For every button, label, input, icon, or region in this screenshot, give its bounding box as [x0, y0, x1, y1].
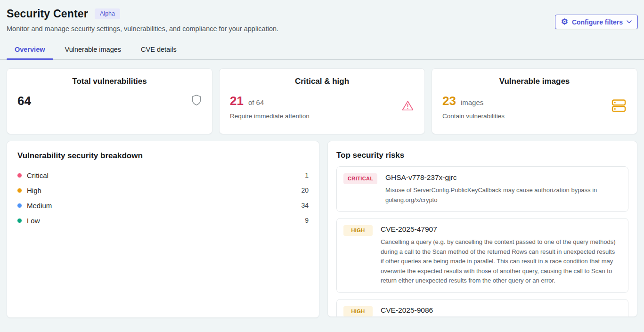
risk-item-ghsa-v778-237x-gjrc[interactable]: CRITICAL GHSA-v778-237x-gjrc Misuse of S… — [336, 166, 628, 212]
high-dot-icon — [17, 188, 22, 193]
shield-icon — [191, 94, 202, 108]
risk-description: Cancelling a query (e.g. by cancelling t… — [381, 237, 620, 286]
risk-id: CVE-2025-9086 — [381, 306, 433, 315]
critical-dot-icon — [17, 173, 22, 178]
critical-high-card: Critical & high 21 of 64 Require immedia… — [219, 68, 425, 134]
warning-triangle-icon — [401, 100, 414, 113]
severity-row-critical: Critical 1 — [17, 168, 309, 183]
critical-high-value: 21 — [230, 94, 244, 108]
risk-description: Misuse of ServerConfig.PublicKeyCallback… — [385, 186, 621, 205]
severity-badge: HIGH — [343, 225, 373, 236]
risk-id: GHSA-v778-237x-gjrc — [385, 173, 621, 182]
severity-label: High — [27, 186, 41, 194]
severity-label: Medium — [27, 202, 52, 210]
severity-value: 1 — [305, 171, 309, 179]
risk-item-cve-2025-9086[interactable]: HIGH CVE-2025-9086 — [336, 299, 628, 317]
severity-label: Low — [27, 217, 40, 225]
vulnerable-images-card: Vulnerable images 23 images Contain vuln… — [432, 68, 637, 134]
page-title: Security Center — [7, 8, 88, 20]
severity-row-low: Low 9 — [17, 213, 309, 228]
risk-list: CRITICAL GHSA-v778-237x-gjrc Misuse of S… — [336, 166, 628, 317]
severity-value: 20 — [301, 186, 309, 194]
critical-high-title: Critical & high — [220, 77, 424, 86]
top-security-risks-panel: Top security risks CRITICAL GHSA-v778-23… — [327, 141, 637, 317]
tab-overview[interactable]: Overview — [7, 41, 53, 59]
tab-bar: Overview Vulnerable images CVE details — [0, 41, 644, 60]
vulnerable-images-title: Vulnerable images — [432, 77, 637, 86]
severity-row-high: High 20 — [17, 183, 309, 198]
total-vulnerabilities-card: Total vulnerabilities 64 — [7, 68, 212, 134]
vulnerability-breakdown-panel: Vulnerability security breakdown Critica… — [7, 141, 319, 318]
risk-item-cve-2025-47907[interactable]: HIGH CVE-2025-47907 Cancelling a query (… — [336, 218, 628, 293]
configure-filters-label: Configure filters — [572, 18, 623, 26]
severity-label: Critical — [27, 171, 49, 179]
chevron-down-icon — [627, 20, 632, 24]
severity-value: 34 — [301, 202, 309, 209]
severity-badge: HIGH — [343, 306, 373, 317]
medium-dot-icon — [17, 203, 22, 208]
gear-icon: ⚙ — [561, 18, 568, 26]
lower-panels: Vulnerability security breakdown Critica… — [7, 141, 637, 318]
severity-row-medium: Medium 34 — [17, 198, 309, 213]
low-dot-icon — [17, 219, 22, 223]
risks-title: Top security risks — [336, 151, 628, 160]
alpha-badge: Alpha — [95, 8, 120, 19]
breakdown-title: Vulnerability security breakdown — [17, 151, 309, 161]
page-subtitle: Monitor and manage security settings, vu… — [7, 25, 637, 32]
tab-vulnerable-images[interactable]: Vulnerable images — [57, 41, 130, 59]
tab-cve-details[interactable]: CVE details — [133, 41, 185, 59]
configure-filters-button[interactable]: ⚙ Configure filters — [555, 15, 638, 29]
page-header: Security Center Alpha Monitor and manage… — [0, 0, 644, 32]
severity-badge: CRITICAL — [343, 173, 377, 184]
risk-id: CVE-2025-47907 — [381, 225, 620, 234]
vulnerable-images-suffix: images — [461, 98, 483, 106]
severity-value: 9 — [305, 217, 309, 224]
stacked-images-icon — [611, 99, 627, 114]
vulnerable-images-value: 23 — [442, 94, 456, 108]
vulnerable-images-subtitle: Contain vulnerabilities — [442, 113, 505, 120]
critical-high-suffix: of 64 — [248, 98, 264, 106]
total-vulnerabilities-title: Total vulnerabilities — [7, 77, 212, 86]
total-vulnerabilities-value: 64 — [17, 94, 31, 108]
critical-high-subtitle: Require immediate attention — [230, 113, 310, 120]
severity-list: Critical 1 High 20 Medium 34 Low 9 — [17, 168, 309, 228]
stat-cards-row: Total vulnerabilities 64 Critical & high… — [7, 68, 637, 134]
